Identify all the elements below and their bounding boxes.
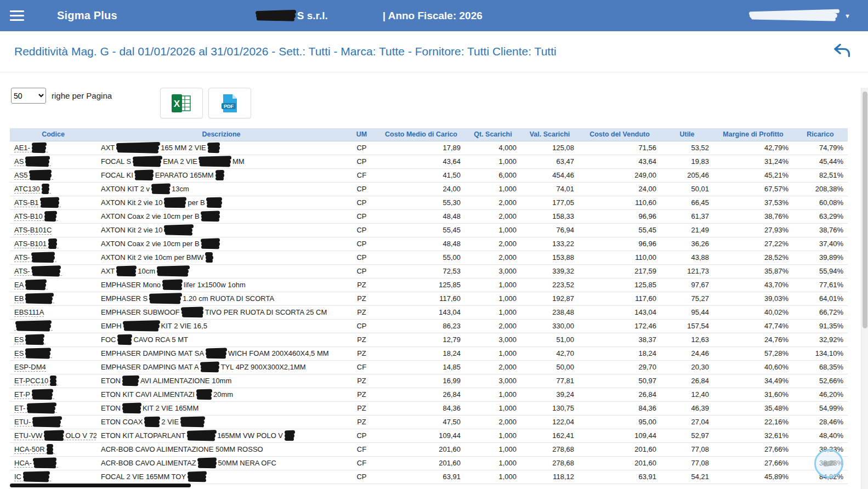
code-link[interactable]: ES: [14, 336, 46, 344]
utile-cell: 121,73: [661, 264, 713, 278]
pdf-export-button[interactable]: PDF: [208, 88, 251, 118]
code-link[interactable]: ATS-B101C: [14, 226, 52, 235]
costo-del-venduto-cell: 29,70: [578, 360, 661, 374]
code-link[interactable]: HCA-: [14, 459, 58, 468]
column-header[interactable]: Costo del Venduto: [578, 128, 661, 141]
code-link[interactable]: ATS-B10: [14, 212, 58, 221]
margine-profitto-cell: 37,53%: [713, 196, 793, 209]
vertical-scrollbar[interactable]: [861, 88, 868, 489]
qt-scarichi-cell: 1,000: [465, 278, 521, 292]
code-cell: ATS-B101: [10, 237, 97, 251]
ricarico-cell: 28,46%: [793, 415, 848, 429]
costo-medio-carico-cell: 84,36: [377, 401, 465, 415]
code-link[interactable]: ATS-B1: [14, 198, 61, 207]
redaction-scribble: [116, 269, 136, 274]
margine-profitto-cell: 38,76%: [713, 209, 793, 223]
floating-widget-button[interactable]: [814, 449, 843, 478]
code-link[interactable]: IC: [14, 473, 51, 481]
margine-profitto-cell: 47,74%: [713, 319, 793, 333]
code-link[interactable]: EBS111A: [14, 308, 44, 317]
redaction-scribble: [25, 159, 49, 164]
costo-medio-carico-cell: 63,91: [377, 470, 465, 484]
redaction-scribble: [122, 378, 139, 384]
code-link[interactable]: EA: [14, 281, 48, 289]
code-link[interactable]: ATS-: [14, 267, 62, 276]
qt-scarichi-cell: 2,000: [465, 209, 521, 223]
description-cell: EMPHASER DAMPING MAT SAWICH FOAM 200X460…: [97, 346, 346, 360]
table-row: ATS-B101CAXTON Kit 2 vie 10CP55,451,0007…: [10, 223, 848, 237]
code-cell: AE1-: [10, 141, 97, 155]
code-link[interactable]: ETU-: [14, 418, 63, 427]
code-link[interactable]: AE1-: [14, 144, 48, 152]
code-link[interactable]: ETU-VWOLO V 72+: [14, 431, 97, 440]
qt-scarichi-cell: 1,000: [465, 155, 521, 168]
code-link[interactable]: ET-: [14, 404, 57, 413]
margine-profitto-cell: 22,16%: [713, 415, 793, 429]
column-header[interactable]: Costo Medio di Carico: [377, 128, 465, 141]
table-row: ASFOCAL SEMA 2 VIEMMCP43,641,00063,4743,…: [10, 155, 848, 168]
costo-medio-carico-cell: 125,85: [377, 278, 465, 292]
code-link[interactable]: ATC130: [14, 185, 51, 194]
code-link[interactable]: AS: [14, 157, 51, 166]
val-scarichi-cell: 133,22: [521, 237, 578, 251]
um-cell: CF: [346, 456, 377, 470]
column-header[interactable]: Ricarico: [793, 128, 848, 141]
code-cell: ETU-VWOLO V 72+: [10, 429, 97, 442]
code-cell: HCA-50R: [10, 442, 97, 456]
column-header[interactable]: Codice: [10, 128, 97, 141]
val-scarichi-cell: 77,81: [521, 374, 578, 388]
code-link[interactable]: [14, 322, 53, 331]
column-header[interactable]: Qt. Scarichi: [465, 128, 521, 141]
rows-per-page-select[interactable]: 50: [11, 88, 46, 104]
um-cell: CP: [346, 209, 377, 223]
description-cell: EMPHASER Monolifer 1x1500w 1ohm: [97, 278, 346, 292]
um-cell: CP: [346, 223, 377, 237]
column-header[interactable]: Margine di Profitto: [713, 128, 793, 141]
scrollbar-thumb[interactable]: [863, 92, 867, 328]
table-row: EBS111AEMPHASER SUBWOOFTIVO PER RUOTA DI…: [10, 305, 848, 319]
margine-profitto-cell: 45,21%: [713, 168, 793, 182]
code-link[interactable]: ES: [14, 349, 52, 358]
redaction-scribble: [206, 255, 213, 260]
utile-cell: 205,46: [661, 168, 713, 182]
excel-export-button[interactable]: X: [160, 88, 203, 118]
val-scarichi-cell: 122,04: [521, 415, 578, 429]
utile-cell: 66,45: [661, 196, 713, 209]
code-cell: EBS111A: [10, 305, 97, 319]
code-link[interactable]: EB: [14, 294, 54, 303]
redaction-scribble: [201, 365, 219, 370]
redaction-scribble: [164, 200, 186, 206]
column-header[interactable]: Descrizione: [97, 128, 346, 141]
margine-profitto-cell: 43,70%: [713, 278, 793, 292]
code-link[interactable]: ET-P: [14, 390, 54, 399]
column-header[interactable]: UM: [346, 128, 377, 141]
redaction-scribble: [32, 392, 53, 397]
redaction-scribble: [187, 433, 215, 439]
user-menu[interactable]: ▼: [748, 13, 850, 19]
costo-del-venduto-cell: 96,96: [578, 237, 661, 251]
code-link[interactable]: ET-PCC10: [14, 377, 58, 385]
code-link[interactable]: ATS-: [14, 253, 56, 262]
qt-scarichi-cell: 1,000: [465, 182, 521, 196]
column-header[interactable]: Val. Scarichi: [521, 128, 578, 141]
um-cell: CP: [346, 141, 377, 155]
report-bar: Redditività Mag. G - dal 01/01/2026 al 3…: [0, 31, 868, 72]
description-cell: ACR-BOB CAVO ALIMENTAZIONE 50MM ROSSO: [97, 442, 346, 456]
val-scarichi-cell: 223,52: [521, 278, 578, 292]
ricarico-cell: 134,10%: [793, 346, 848, 360]
utile-cell: 97,67: [661, 278, 713, 292]
ricarico-cell: 66,72%: [793, 305, 848, 319]
code-link[interactable]: ESP-DM4: [14, 363, 46, 372]
code-cell: EB: [10, 292, 97, 305]
code-link[interactable]: AS5: [14, 171, 53, 180]
margine-profitto-cell: 42,79%: [713, 141, 793, 155]
code-link[interactable]: ATS-B101: [14, 240, 59, 248]
code-link[interactable]: HCA-50R: [14, 445, 55, 454]
hamburger-menu-icon[interactable]: [10, 8, 24, 24]
val-scarichi-cell: 125,08: [521, 141, 578, 155]
description-cell: EMPHKIT 2 VIE 16,5: [97, 319, 346, 333]
qt-scarichi-cell: 3,000: [465, 333, 521, 346]
back-button[interactable]: [831, 41, 854, 62]
column-header[interactable]: Utile: [661, 128, 713, 141]
code-cell: ATS-: [10, 251, 97, 264]
